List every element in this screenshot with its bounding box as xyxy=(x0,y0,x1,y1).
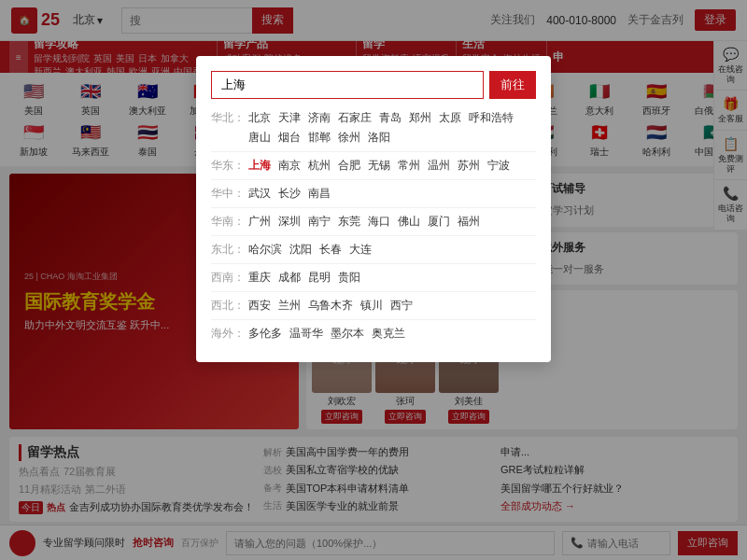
city-jinan[interactable]: 济南 xyxy=(308,110,331,126)
city-group-overseas: 海外： 多伦多 温哥华 墨尔本 奥克兰 xyxy=(211,326,536,342)
city-ningbo[interactable]: 宁波 xyxy=(487,158,510,174)
city-xining[interactable]: 西宁 xyxy=(390,298,413,314)
city-names-north: 北京 天津 济南 石家庄 青岛 郑州 太原 呼和浩特 唐山 烟台 邯郸 徐州 洛… xyxy=(248,110,536,146)
city-names-central: 武汉 长沙 南昌 xyxy=(248,186,331,202)
city-guangzhou[interactable]: 广州 xyxy=(248,214,271,230)
city-dalian[interactable]: 大连 xyxy=(349,242,372,258)
city-label-northeast: 东北： xyxy=(211,242,241,258)
city-names-east: 上海 南京 杭州 合肥 无锡 常州 温州 苏州 宁波 xyxy=(248,158,510,174)
city-group-southwest: 西南： 重庆 成都 昆明 贵阳 xyxy=(211,270,536,286)
city-zhengzhou[interactable]: 郑州 xyxy=(409,110,431,126)
city-names-northeast: 哈尔滨 沈阳 长春 大连 xyxy=(248,242,372,258)
city-wenzhou[interactable]: 温州 xyxy=(428,158,450,174)
city-vancouver[interactable]: 温哥华 xyxy=(289,326,323,342)
city-qingdao[interactable]: 青岛 xyxy=(379,110,402,126)
city-changchun[interactable]: 长春 xyxy=(319,242,342,258)
city-go-button[interactable]: 前往 xyxy=(489,71,536,99)
city-label-east: 华东： xyxy=(211,158,241,174)
city-tianjin[interactable]: 天津 xyxy=(278,110,301,126)
city-huhehaote[interactable]: 呼和浩特 xyxy=(469,110,514,126)
city-zhenjiang[interactable]: 镇川 xyxy=(360,298,383,314)
city-haikou[interactable]: 海口 xyxy=(368,214,390,230)
city-label-north: 华北： xyxy=(211,110,241,126)
city-shanghai[interactable]: 上海 xyxy=(248,158,271,174)
city-yantai[interactable]: 烟台 xyxy=(278,130,301,146)
city-auckland[interactable]: 奥克兰 xyxy=(372,326,405,342)
city-group-northeast: 东北： 哈尔滨 沈阳 长春 大连 xyxy=(211,242,536,258)
city-group-east: 华东： 上海 南京 杭州 合肥 无锡 常州 温州 苏州 宁波 xyxy=(211,158,536,174)
city-nanning[interactable]: 南宁 xyxy=(308,214,331,230)
city-names-overseas: 多伦多 温哥华 墨尔本 奥克兰 xyxy=(248,326,405,342)
city-names-northwest: 西安 兰州 乌鲁木齐 镇川 西宁 xyxy=(248,298,413,314)
city-suzhou[interactable]: 苏州 xyxy=(458,158,480,174)
city-names-south: 广州 深圳 南宁 东莞 海口 佛山 厦门 福州 xyxy=(248,214,480,230)
city-tangshan[interactable]: 唐山 xyxy=(248,130,271,146)
city-guiyang[interactable]: 贵阳 xyxy=(338,270,360,286)
city-kunming[interactable]: 昆明 xyxy=(308,270,331,286)
city-luoyang[interactable]: 洛阳 xyxy=(368,130,390,146)
city-label-central: 华中： xyxy=(211,186,241,202)
city-search-row: 前往 xyxy=(211,71,536,99)
city-fuzhou[interactable]: 福州 xyxy=(458,214,480,230)
city-group-northwest: 西北： 西安 兰州 乌鲁木齐 镇川 西宁 xyxy=(211,298,536,314)
city-chongqing[interactable]: 重庆 xyxy=(248,270,271,286)
city-nanchang[interactable]: 南昌 xyxy=(308,186,331,202)
city-hefei[interactable]: 合肥 xyxy=(338,158,360,174)
city-xian[interactable]: 西安 xyxy=(248,298,271,314)
city-label-northwest: 西北： xyxy=(211,298,241,314)
city-handan[interactable]: 邯郸 xyxy=(308,130,331,146)
city-lanzhou[interactable]: 兰州 xyxy=(278,298,301,314)
city-group-north: 华北： 北京 天津 济南 石家庄 青岛 郑州 太原 呼和浩特 唐山 烟台 邯郸 … xyxy=(211,110,536,146)
city-dongguan[interactable]: 东莞 xyxy=(338,214,360,230)
city-beijing[interactable]: 北京 xyxy=(248,110,271,126)
city-xiamen[interactable]: 厦门 xyxy=(428,214,450,230)
city-nanjing[interactable]: 南京 xyxy=(278,158,301,174)
city-label-overseas: 海外： xyxy=(211,326,241,342)
city-names-southwest: 重庆 成都 昆明 贵阳 xyxy=(248,270,360,286)
city-wulumuqi[interactable]: 乌鲁木齐 xyxy=(308,298,353,314)
page-wrapper: 🏠 25 北京 ▾ 搜索 关注我们 400-010-8000 关于金吉列 登录 … xyxy=(0,0,747,560)
city-label-southwest: 西南： xyxy=(211,270,241,286)
city-chengdu[interactable]: 成都 xyxy=(278,270,301,286)
city-modal: 前往 华北： 北京 天津 济南 石家庄 青岛 郑州 太原 呼和浩特 唐山 烟台 … xyxy=(0,0,747,560)
city-xuzhou[interactable]: 徐州 xyxy=(338,130,360,146)
city-shijiazhuang[interactable]: 石家庄 xyxy=(338,110,372,126)
city-panel: 前往 华北： 北京 天津 济南 石家庄 青岛 郑州 太原 呼和浩特 唐山 烟台 … xyxy=(196,56,551,362)
city-label-south: 华南： xyxy=(211,214,241,230)
city-melbourne[interactable]: 墨尔本 xyxy=(331,326,364,342)
city-search-input[interactable] xyxy=(211,71,484,99)
city-shenzhen[interactable]: 深圳 xyxy=(278,214,301,230)
city-haerbin[interactable]: 哈尔滨 xyxy=(248,242,282,258)
city-wuxi[interactable]: 无锡 xyxy=(368,158,390,174)
city-group-south: 华南： 广州 深圳 南宁 东莞 海口 佛山 厦门 福州 xyxy=(211,214,536,230)
city-wuhan[interactable]: 武汉 xyxy=(248,186,271,202)
city-shenyang[interactable]: 沈阳 xyxy=(289,242,312,258)
city-taiyuan[interactable]: 太原 xyxy=(439,110,461,126)
city-hangzhou[interactable]: 杭州 xyxy=(308,158,331,174)
city-foshan[interactable]: 佛山 xyxy=(398,214,420,230)
city-changzhou[interactable]: 常州 xyxy=(398,158,420,174)
city-group-central: 华中： 武汉 长沙 南昌 xyxy=(211,186,536,202)
city-changsha[interactable]: 长沙 xyxy=(278,186,301,202)
city-toronto[interactable]: 多伦多 xyxy=(248,326,282,342)
